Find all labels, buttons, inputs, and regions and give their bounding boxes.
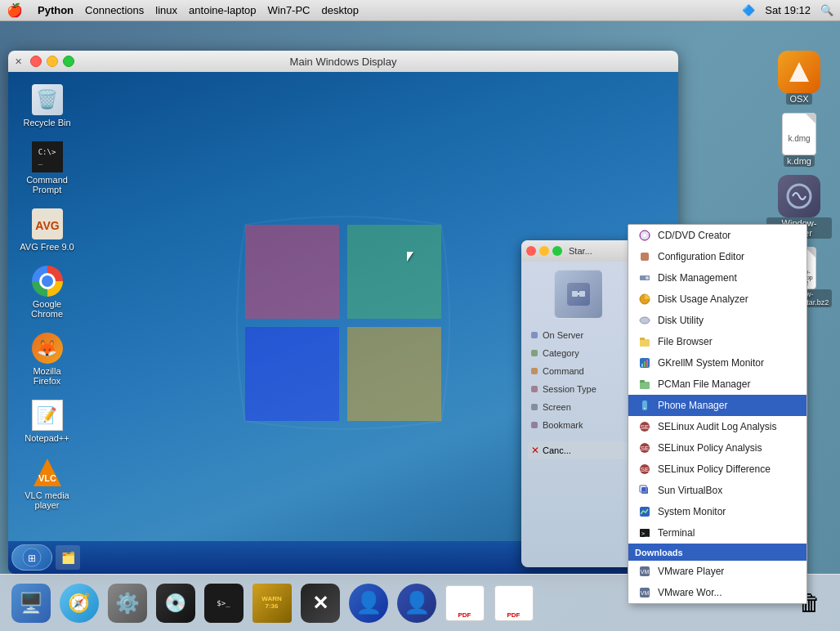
osx-icon[interactable]: OSX xyxy=(766,51,832,105)
dock-person1[interactable]: 👤 xyxy=(346,580,391,625)
cancel-label: Canc... xyxy=(543,445,571,455)
menu-item-filebrowser[interactable]: File Browser xyxy=(628,331,806,352)
recycle-bin-icon[interactable]: 🗑️ Recycle Bin xyxy=(16,80,78,131)
dialog-titlebar: Star... xyxy=(521,240,636,262)
dvdplayer-icon: 💿 xyxy=(156,584,195,623)
dialog-section-category[interactable]: Category xyxy=(528,345,629,361)
win-start-button[interactable]: ⊞ xyxy=(11,544,52,571)
menu-item-selinux-audit[interactable]: SE SELinux Audit Log Analysis xyxy=(628,416,806,437)
cddvd-label: CD/DVD Creator xyxy=(658,230,731,241)
mac-menubar: 🍎 Python Connections linux antoine-lapto… xyxy=(0,0,840,21)
amber-icon: WARN7:36 xyxy=(252,584,292,623)
dialog-icon-area xyxy=(521,262,636,327)
config-label: Configuration Editor xyxy=(658,251,744,262)
gkrellm-icon xyxy=(638,356,651,369)
dialog-section-server[interactable]: On Server xyxy=(528,327,629,343)
config-icon xyxy=(638,250,651,263)
menu-item-vmware[interactable]: VM VMware Player xyxy=(628,561,806,582)
svg-text:SE: SE xyxy=(641,445,650,452)
vmware2-icon: VM xyxy=(638,586,651,599)
svg-text:VM: VM xyxy=(641,569,650,575)
dialog-close-btn[interactable] xyxy=(526,246,536,256)
dialog-section-command[interactable]: Command xyxy=(528,363,629,379)
dialog-minimize-btn[interactable] xyxy=(539,246,549,256)
screen-dot xyxy=(531,404,538,410)
win-titlebar: ✕ Main Windows Display xyxy=(8,51,678,72)
win-maximize-btn[interactable] xyxy=(63,56,74,67)
apple-menu[interactable]: 🍎 xyxy=(7,2,23,18)
menu-item-diskusage[interactable]: Disk Usage Analyzer xyxy=(628,289,806,310)
dock-person2[interactable]: 👤 xyxy=(394,580,439,625)
win-taskbar-explorer[interactable]: 🗂️ xyxy=(56,545,80,570)
dock-safari[interactable]: 🧭 xyxy=(56,580,101,625)
menu-item-diskutility[interactable]: Disk Utility xyxy=(628,310,806,331)
menu-item-selinux-policy[interactable]: SE SELinux Policy Analysis xyxy=(628,437,806,459)
dock-finder[interactable]: 🖥️ xyxy=(8,580,53,625)
dialog-sections: On Server Category Command Session Type … xyxy=(521,327,636,459)
dock-sysprefs[interactable]: ⚙️ xyxy=(105,580,150,625)
menu-item-pcman[interactable]: PCMan File Manager xyxy=(628,374,806,395)
win-close-x[interactable]: ✕ xyxy=(15,56,22,67)
menu-python[interactable]: Python xyxy=(38,4,74,16)
chrome-icon[interactable]: Google Chrome xyxy=(16,262,78,322)
dock-pdf2[interactable]: PDF xyxy=(490,580,535,625)
command-prompt-icon[interactable]: C:\>_ Command Prompt xyxy=(16,137,78,198)
sysprefs-icon: ⚙️ xyxy=(108,584,147,623)
firefox-icon[interactable]: 🦊 Mozilla Firefox xyxy=(16,329,78,389)
win-minimize-btn[interactable] xyxy=(47,56,58,67)
context-menu: CD/DVD Creator Configuration Editor Disk… xyxy=(628,224,807,604)
menu-item-sysmonitor[interactable]: System Monitor xyxy=(628,501,806,522)
firefox-img: 🦊 xyxy=(32,333,63,364)
terminal-label: Terminal xyxy=(658,527,695,539)
dialog-cancel-btn[interactable]: ✕ Canc... xyxy=(528,441,629,459)
dock-xquartz[interactable]: ✕ xyxy=(297,580,342,625)
avg-icon[interactable]: AVG AVG Free 9.0 xyxy=(16,204,78,255)
dialog-maximize-btn[interactable] xyxy=(552,246,562,256)
osx-icon-img xyxy=(778,51,820,93)
vlc-icon[interactable]: VLC VLC media player xyxy=(16,453,78,513)
svg-rect-35 xyxy=(641,487,648,494)
recycle-bin-img: 🗑️ xyxy=(32,84,63,115)
safari-icon: 🧭 xyxy=(60,584,99,623)
notepad-img: 📝 xyxy=(32,400,63,431)
person2-icon: 👤 xyxy=(397,584,436,623)
selinux-audit-label: SELinux Audit Log Analysis xyxy=(658,421,776,432)
svg-text:VLC: VLC xyxy=(38,473,56,483)
dialog-connection-icon[interactable] xyxy=(554,270,603,319)
menu-item-virtualbox[interactable]: Sun VirtualBox xyxy=(628,480,806,501)
menu-item-diskmgmt[interactable]: Disk Management xyxy=(628,267,806,289)
dock-terminal[interactable]: $>_ xyxy=(201,580,246,625)
pdf1-icon: PDF xyxy=(445,585,485,621)
menu-linux[interactable]: linux xyxy=(155,4,177,16)
session-label: Session Type xyxy=(543,384,596,394)
menu-item-vmware2[interactable]: VM VMware Wor... xyxy=(628,582,806,603)
menu-item-phone[interactable]: Phone Manager xyxy=(628,395,806,416)
menu-item-config[interactable]: Configuration Editor xyxy=(628,246,806,267)
menu-win7[interactable]: Win7-PC xyxy=(268,4,311,16)
vmware-label: VMware Player xyxy=(658,566,724,577)
dialog-section-bookmark[interactable]: Bookmark xyxy=(528,417,629,433)
command-prompt-label: Command Prompt xyxy=(20,175,74,195)
menubar-search[interactable]: 🔍 xyxy=(820,4,833,16)
notepad-icon[interactable]: 📝 Notepad++ xyxy=(16,396,78,446)
dock-pdf1[interactable]: PDF xyxy=(442,580,487,625)
menu-item-gkrellm[interactable]: GKrellM System Monitor xyxy=(628,352,806,374)
menu-item-cddvd[interactable]: CD/DVD Creator xyxy=(628,225,806,246)
dock-dvdplayer[interactable]: 💿 xyxy=(153,580,198,625)
notepad-label: Notepad++ xyxy=(25,433,69,443)
dialog-section-screen[interactable]: Screen xyxy=(528,399,629,415)
menu-antoine[interactable]: antoine-laptop xyxy=(189,4,256,16)
win-close-btn[interactable] xyxy=(30,56,42,67)
svg-text:⊞: ⊞ xyxy=(28,553,36,564)
menu-item-terminal[interactable]: >_ Terminal xyxy=(628,522,806,544)
menu-connections[interactable]: Connections xyxy=(85,4,144,16)
menu-desktop[interactable]: desktop xyxy=(322,4,360,16)
dock-amber[interactable]: WARN7:36 xyxy=(249,580,294,625)
server-label: On Server xyxy=(543,330,583,340)
menubar-right: 🔷 Sat 19:12 🔍 xyxy=(742,4,833,16)
cmd-img: C:\>_ xyxy=(32,141,63,172)
dialog-section-session[interactable]: Session Type xyxy=(528,381,629,397)
svg-text:AVG: AVG xyxy=(35,219,59,232)
menu-item-selinux-diff[interactable]: SE SELinux Policy Difference xyxy=(628,459,806,480)
kdmg-icon[interactable]: k.dmg k.dmg xyxy=(766,113,832,167)
